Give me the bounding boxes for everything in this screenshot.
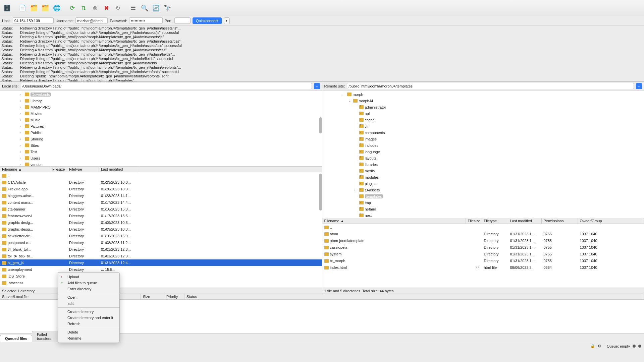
compare-icon[interactable]: 🔄 <box>151 3 161 13</box>
scrollbar-thumb[interactable] <box>319 117 322 133</box>
col-permissions[interactable]: Permissions <box>542 218 578 224</box>
ctx-open[interactable]: Open <box>58 294 119 300</box>
remote-file-list[interactable]: ..atomDirectory01/31/2023 1...07551037 1… <box>322 224 644 288</box>
col-filesize[interactable]: Filesize <box>466 218 482 224</box>
file-row[interactable]: .htaccess... 11:4... <box>0 280 322 286</box>
col-owner[interactable]: Owner/Group <box>578 218 644 224</box>
tree-item[interactable]: ›morph <box>322 91 644 98</box>
file-row[interactable]: newsletter-de...Directory01/16/2023 16:0… <box>0 233 322 239</box>
password-input[interactable] <box>129 17 163 24</box>
cancel-icon[interactable]: ⊗ <box>90 3 100 13</box>
tree-item[interactable]: components <box>322 129 644 136</box>
tree-item[interactable]: ›Movies <box>0 110 322 117</box>
tree-item[interactable]: ›Music <box>0 117 322 123</box>
toggle-local-tree-icon[interactable]: 🗂️ <box>29 3 39 13</box>
ctx-rename[interactable]: Rename <box>58 335 119 341</box>
file-row[interactable]: tx_morphDirectory01/31/2023 1...07551037… <box>322 257 644 264</box>
tree-item[interactable]: ›t3-assets <box>322 187 644 193</box>
file-row[interactable]: t4_blank_tpl...Directory01/01/2023 12:3.… <box>0 246 322 253</box>
remote-path-dropdown[interactable]: ⌄ <box>636 83 642 89</box>
col-status[interactable]: Status <box>184 294 644 299</box>
tree-item[interactable]: nefario <box>322 206 644 212</box>
host-input[interactable] <box>13 17 54 24</box>
col-direction[interactable] <box>124 294 141 299</box>
file-row[interactable]: tpl_t4_bs5_bl...Directory01/01/2023 12:3… <box>0 253 322 259</box>
disconnect-icon[interactable]: ✖ <box>101 3 111 13</box>
col-size[interactable]: Size <box>141 294 164 299</box>
tree-item[interactable]: administrator <box>322 104 644 110</box>
col-modified[interactable]: Last modified <box>99 167 139 172</box>
tree-item[interactable]: language <box>322 148 644 155</box>
tree-item[interactable]: ›vendor <box>0 161 322 166</box>
toggle-remote-tree-icon[interactable]: 🗂️ <box>40 3 50 13</box>
ctx-create-dir[interactable]: Create directory <box>58 309 119 315</box>
ctx-upload[interactable]: ↑Upload <box>58 274 119 280</box>
tree-item[interactable]: tmp <box>322 199 644 206</box>
tree-item[interactable]: cli <box>322 123 644 129</box>
tree-item[interactable]: ›Sharing <box>0 136 322 142</box>
file-row[interactable]: bloggers-adve...Directory01/23/2023 14:1… <box>0 192 322 199</box>
tree-item[interactable]: cache <box>322 117 644 123</box>
col-modified[interactable]: Last modified <box>508 218 542 224</box>
file-row[interactable]: atomDirectory01/31/2023 1...07551037 104… <box>322 231 644 237</box>
process-queue-icon[interactable]: ⇅ <box>78 3 89 13</box>
tree-item[interactable]: images <box>322 136 644 142</box>
col-filename[interactable]: Filename ▲ <box>322 218 466 224</box>
file-row[interactable]: .localized... 18:0... <box>0 286 322 288</box>
file-row[interactable]: unemploymentDirectory... 15:5... <box>0 266 322 273</box>
col-priority[interactable]: Priority <box>164 294 184 299</box>
tree-item[interactable]: templates <box>322 193 644 199</box>
scrollbar-thumb[interactable] <box>319 174 322 210</box>
local-path-dropdown[interactable]: ⌄ <box>314 83 320 89</box>
search-icon[interactable]: 🔍 <box>140 3 150 13</box>
ctx-delete[interactable]: Delete <box>58 329 119 335</box>
reconnect-icon[interactable]: ↻ <box>113 3 123 13</box>
col-filesize[interactable]: Filesize <box>50 167 67 172</box>
tree-item[interactable]: ›Public <box>0 129 322 136</box>
tree-item[interactable]: includes <box>322 142 644 148</box>
file-row[interactable]: .. <box>0 172 322 179</box>
col-filetype[interactable]: Filetype <box>482 218 508 224</box>
file-row[interactable]: graphic-desig...Directory01/09/2023 10:3… <box>0 226 322 233</box>
file-row[interactable]: tx_gen_j4Directory01/31/2023 12:4... <box>0 259 322 266</box>
file-row[interactable]: cassiopeiaDirectory01/31/2023 1...075510… <box>322 244 644 251</box>
filter-icon[interactable]: ☰ <box>128 3 138 13</box>
local-file-list[interactable]: ..CTA ArticleDirectory01/23/2023 10:0...… <box>0 172 322 288</box>
refresh-icon[interactable]: ⟳ <box>67 3 77 13</box>
toggle-queue-icon[interactable]: 🌐 <box>52 3 62 13</box>
tree-item[interactable]: ›Pictures <box>0 123 322 129</box>
tree-item[interactable]: api <box>322 110 644 117</box>
file-row[interactable]: .DS_Store6,...... 14:1... <box>0 273 322 280</box>
tree-item[interactable]: ›Sites <box>0 142 322 148</box>
tree-item[interactable]: plugins <box>322 180 644 187</box>
site-manager-icon[interactable]: 🗄️ <box>2 3 12 13</box>
file-row[interactable]: index.html44html-file08/06/2022 2..06641… <box>322 264 644 271</box>
quickconnect-history-dropdown[interactable]: ▾ <box>224 17 230 24</box>
remote-path-input[interactable] <box>347 83 634 89</box>
message-log[interactable]: Status:Retrieving directory listing of "… <box>0 25 644 82</box>
col-filename[interactable]: Filename ▲ <box>0 167 50 172</box>
file-row[interactable]: postponed-c...Directory01/08/2023 11:2..… <box>0 239 322 246</box>
ctx-add-queue[interactable]: +Add files to queue <box>58 280 119 286</box>
port-input[interactable] <box>174 17 191 24</box>
tree-item[interactable]: next <box>322 212 644 218</box>
tree-item[interactable]: modules <box>322 174 644 180</box>
username-input[interactable] <box>75 17 108 24</box>
tree-item[interactable]: libraries <box>322 161 644 168</box>
file-row[interactable]: atom-joomlatemplateDirectory01/31/2023 1… <box>322 237 644 244</box>
local-tree[interactable]: ›Downloads›Library›MAMP PRO›Movies›Music… <box>0 90 322 166</box>
file-row[interactable]: cta-bannerDirectory01/16/2023 15:3... <box>0 206 322 213</box>
file-row[interactable]: .. <box>322 224 644 231</box>
tree-item[interactable]: ›Users <box>0 155 322 161</box>
lock-icon[interactable]: 🔒 <box>590 344 595 348</box>
ctx-create-dir-enter[interactable]: Create directory and enter it <box>58 315 119 321</box>
tree-item[interactable]: ›Test <box>0 148 322 155</box>
tree-item[interactable]: ⌄morphJ4 <box>322 98 644 104</box>
file-row[interactable]: CTA ArticleDirectory01/23/2023 10:0... <box>0 179 322 186</box>
tree-item[interactable]: layouts <box>322 155 644 161</box>
file-row[interactable]: content-mana...Directory01/17/2023 14:4.… <box>0 199 322 206</box>
file-row[interactable]: features-overviDirectory01/17/2023 15:5.… <box>0 213 322 219</box>
file-row[interactable]: graphic-desig...Directory01/09/2023 10:3… <box>0 219 322 226</box>
file-row[interactable]: FileZilla.appDirectory01/26/2023 18:3... <box>0 186 322 192</box>
quickconnect-button[interactable]: Quickconnect <box>193 17 222 24</box>
